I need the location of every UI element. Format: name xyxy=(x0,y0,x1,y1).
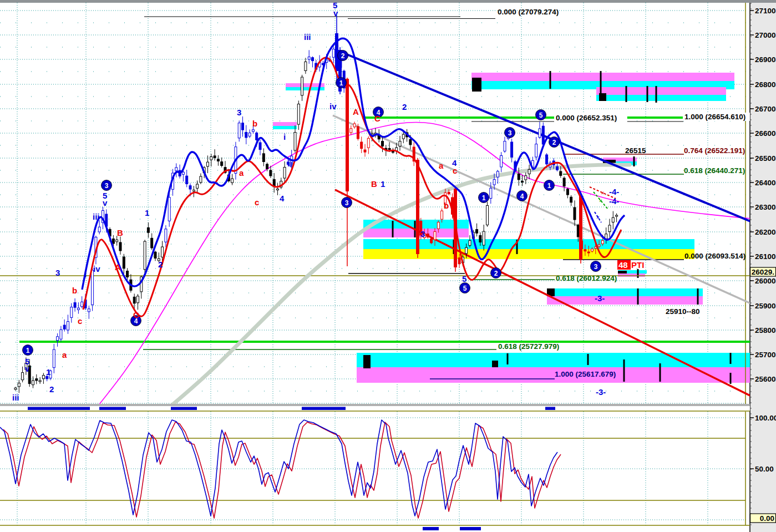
signal-bar[interactable] xyxy=(545,407,555,411)
wave-circle: 1 xyxy=(336,78,347,88)
wave-label: c xyxy=(453,166,457,175)
candle-body xyxy=(546,155,548,164)
wave-circle-number: 5 xyxy=(463,285,467,292)
candle-body xyxy=(518,174,520,180)
wave-label: b xyxy=(72,286,77,295)
candle-body xyxy=(42,376,44,379)
candle-body xyxy=(608,225,611,232)
wave-circle-number: 5 xyxy=(539,112,543,119)
wave-label: 1 xyxy=(381,179,385,189)
candle-body xyxy=(574,207,576,220)
candle-body xyxy=(200,176,202,183)
price-axis-label: 26000. xyxy=(755,277,776,285)
price-axis-label: 25900. xyxy=(755,302,776,310)
candle-body xyxy=(560,171,562,175)
candle-body xyxy=(308,57,310,59)
wave-label: c xyxy=(78,316,82,326)
candle-body xyxy=(270,170,272,176)
candle-body xyxy=(126,271,129,277)
candle-body xyxy=(434,231,436,240)
wave-label: iv xyxy=(329,102,337,111)
wave-circle: 3 xyxy=(505,128,515,138)
candle-body xyxy=(601,241,603,244)
signal-bar[interactable] xyxy=(28,407,90,411)
candle-body xyxy=(361,142,363,149)
candle-body xyxy=(92,270,94,305)
wave-label: A xyxy=(115,262,121,272)
candle-body xyxy=(364,150,366,152)
fib-label: 25910--80 xyxy=(666,307,700,316)
wave-circle: 2 xyxy=(491,268,501,278)
candle-body xyxy=(587,252,590,253)
wave-circle-number: 1 xyxy=(547,182,551,190)
panel-divider xyxy=(0,404,750,406)
price-axis-label: 25600. xyxy=(755,375,776,383)
candle-body xyxy=(60,330,62,339)
candle-body xyxy=(14,388,17,389)
wave-label: 4 xyxy=(280,194,285,203)
candle-body xyxy=(476,230,478,234)
candle-body xyxy=(402,134,404,139)
candle-body xyxy=(448,192,450,194)
candle-body xyxy=(88,309,90,312)
candle-body xyxy=(231,179,234,183)
pti-label: PTI xyxy=(631,260,644,270)
candle-body xyxy=(525,176,527,180)
large-candle-body xyxy=(416,160,419,254)
candle-body xyxy=(63,325,65,329)
wave-circle: 1 xyxy=(544,180,555,191)
projection-x-mark: × xyxy=(601,190,604,196)
wave-label: 2 xyxy=(402,102,407,112)
candle-body xyxy=(53,349,55,368)
signal-bar[interactable] xyxy=(302,407,346,411)
candle-body xyxy=(266,164,268,169)
fib-label: 26515 xyxy=(625,146,646,155)
candle-body xyxy=(563,178,565,186)
candle-body xyxy=(175,168,177,171)
wave-label: 2 xyxy=(49,384,54,394)
wave-label: a xyxy=(239,168,244,178)
wave-label: v xyxy=(103,198,108,207)
band-start-square xyxy=(492,361,498,367)
candle-body xyxy=(350,129,352,133)
candle-body xyxy=(465,247,468,254)
osc-axis-label: 50.00 xyxy=(755,465,774,473)
wave-circle: 4 xyxy=(517,191,528,201)
window-top-bar xyxy=(0,0,776,3)
wave-label: v xyxy=(333,8,338,18)
candle-body xyxy=(392,151,394,153)
candle-body xyxy=(256,133,258,140)
candle-body xyxy=(116,240,118,242)
signal-bar[interactable] xyxy=(460,527,481,530)
candle-body xyxy=(437,222,439,229)
wave-circle-number: 3 xyxy=(345,199,349,207)
chart-window: ×××0.000 (27079.274)0.000 (26652.351)1.0… xyxy=(0,0,776,532)
signal-bar[interactable] xyxy=(423,527,439,530)
candle-body xyxy=(39,381,41,382)
wave-label: b xyxy=(252,119,257,128)
candle-body xyxy=(591,249,594,251)
wave-circle-number: 3 xyxy=(105,182,109,190)
candle-body xyxy=(570,197,572,202)
candle-body xyxy=(409,139,412,145)
chart-canvas[interactable]: ×××0.000 (27079.274)0.000 (26652.351)1.0… xyxy=(0,0,776,532)
price-axis-label: 26100. xyxy=(755,252,776,261)
wave-label: iii xyxy=(93,212,100,221)
price-axis-label: 26300. xyxy=(755,203,776,211)
candle-body xyxy=(221,162,223,166)
wave-circle-number: 3 xyxy=(508,129,512,137)
candle-body xyxy=(612,217,614,222)
candle-body xyxy=(483,231,485,245)
signal-bar[interactable] xyxy=(171,407,197,411)
projection-band-cyan xyxy=(547,288,703,296)
candle-body xyxy=(18,383,20,387)
candle-body xyxy=(312,58,314,61)
wave-circle-number: 1 xyxy=(339,79,343,87)
candle-body xyxy=(566,189,569,195)
candle-body xyxy=(294,133,296,151)
signal-bar[interactable] xyxy=(99,407,126,411)
wave-label: 1 xyxy=(46,367,50,377)
wave-circle-number: 2 xyxy=(552,139,556,146)
candle-body xyxy=(119,242,121,251)
wave-label: b xyxy=(444,201,449,210)
